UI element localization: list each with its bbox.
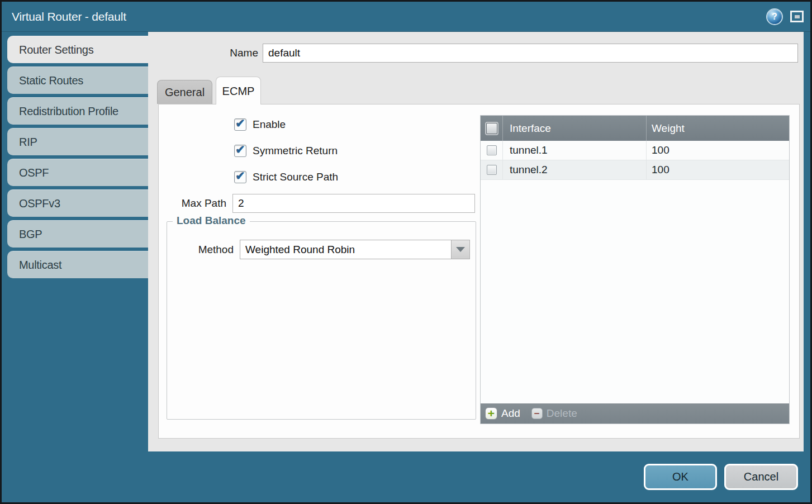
window-restore-inner — [795, 15, 800, 18]
ecmp-panel: ✔ Enable ✔ Symmetric Return ✔ Strict Sou… — [158, 104, 800, 439]
method-label: Method — [167, 240, 234, 259]
minus-icon: − — [531, 408, 543, 419]
sidebar-item-redistribution-profile[interactable]: Redistribution Profile — [7, 97, 148, 125]
sidebar-item-rip[interactable]: RIP — [7, 128, 148, 155]
plus-icon: + — [485, 407, 497, 420]
checkmark-icon: ✔ — [235, 143, 245, 156]
load-balance-legend: Load Balance — [173, 215, 250, 227]
dropdown-arrow-button[interactable] — [451, 240, 469, 259]
add-button-label: Add — [501, 407, 520, 420]
load-balance-group: Load Balance Method Weighted Round Robin — [167, 221, 476, 420]
column-header-weight[interactable]: Weight — [647, 116, 789, 141]
cancel-button[interactable]: Cancel — [724, 464, 798, 490]
help-glyph: ? — [772, 12, 777, 22]
sidebar: Router Settings Static Routes Redistribu… — [2, 32, 148, 502]
sidebar-item-multicast[interactable]: Multicast — [7, 251, 148, 278]
add-button[interactable]: + Add — [485, 407, 520, 420]
row-checkbox-cell — [481, 141, 503, 160]
sidebar-item-ospf[interactable]: OSPF — [7, 159, 148, 186]
sidebar-item-ospfv3[interactable]: OSPFv3 — [7, 189, 148, 217]
virtual-router-dialog: Virtual Router - default ? Router Settin… — [0, 0, 812, 504]
row-checkbox-cell — [481, 160, 503, 179]
weight-cell: 100 — [647, 160, 789, 179]
row-checkbox[interactable] — [487, 145, 497, 155]
tab-general[interactable]: General — [157, 80, 212, 104]
row-checkbox[interactable] — [487, 165, 497, 175]
checkmark-icon: ✔ — [235, 117, 245, 130]
window-restore-icon[interactable] — [790, 11, 804, 22]
interface-table: Interface Weight tunnel.1 100 tunnel.2 1… — [480, 115, 790, 424]
header-checkbox-cell — [481, 116, 503, 141]
table-empty-area — [481, 180, 789, 403]
strict-source-path-row: ✔ Strict Source Path — [234, 171, 338, 183]
method-dropdown[interactable]: Weighted Round Robin — [240, 240, 470, 259]
sidebar-item-static-routes[interactable]: Static Routes — [7, 66, 148, 94]
enable-checkbox[interactable]: ✔ — [234, 118, 246, 131]
tab-ecmp[interactable]: ECMP — [216, 77, 261, 104]
table-header: Interface Weight — [481, 116, 789, 141]
column-header-interface[interactable]: Interface — [503, 116, 647, 141]
symmetric-return-label: Symmetric Return — [253, 145, 338, 157]
titlebar-icons: ? — [767, 9, 804, 24]
table-row-tunnel-1[interactable]: tunnel.1 100 — [481, 141, 789, 160]
enable-label: Enable — [253, 118, 286, 131]
chevron-down-icon — [456, 247, 465, 252]
dialog-titlebar: Virtual Router - default ? — [2, 2, 810, 32]
select-all-checkbox[interactable] — [486, 123, 497, 134]
interface-cell: tunnel.1 — [503, 141, 647, 160]
strict-source-path-label: Strict Source Path — [253, 171, 338, 183]
max-path-label: Max Path — [159, 194, 226, 213]
table-footer: + Add − Delete — [481, 403, 789, 424]
interface-cell: tunnel.2 — [503, 160, 647, 179]
ok-button[interactable]: OK — [644, 464, 717, 490]
max-path-input[interactable] — [232, 194, 475, 213]
sidebar-item-router-settings[interactable]: Router Settings — [7, 36, 148, 63]
weight-cell: 100 — [647, 141, 789, 160]
enable-row: ✔ Enable — [234, 118, 286, 131]
method-value: Weighted Round Robin — [240, 240, 451, 259]
name-input[interactable] — [263, 44, 798, 63]
checkmark-icon: ✔ — [235, 169, 245, 183]
delete-button[interactable]: − Delete — [531, 407, 577, 420]
dialog-title: Virtual Router - default — [12, 10, 767, 23]
main-panel: Name General ECMP ✔ Enable ✔ Symmetric R… — [148, 32, 804, 451]
table-row-tunnel-2[interactable]: tunnel.2 100 — [481, 160, 789, 180]
symmetric-return-checkbox[interactable]: ✔ — [234, 145, 246, 157]
help-icon[interactable]: ? — [767, 9, 782, 24]
strict-source-path-checkbox[interactable]: ✔ — [234, 171, 246, 183]
delete-button-label: Delete — [547, 407, 577, 420]
sidebar-item-bgp[interactable]: BGP — [7, 220, 148, 248]
name-label: Name — [148, 44, 258, 63]
symmetric-return-row: ✔ Symmetric Return — [234, 145, 338, 157]
